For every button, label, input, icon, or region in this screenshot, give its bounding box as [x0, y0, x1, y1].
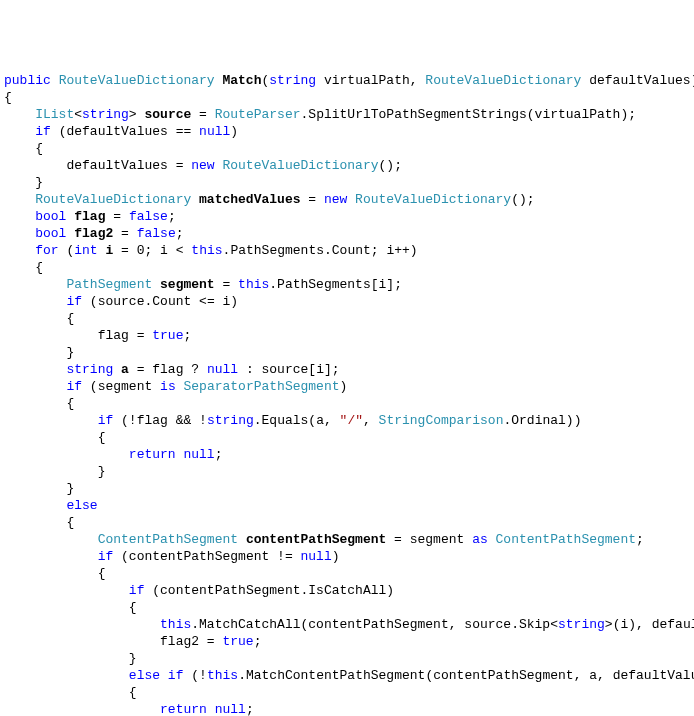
- code-line: bool flag2 = false;: [4, 225, 690, 242]
- code-token: =: [300, 192, 323, 207]
- code-token: =: [105, 209, 128, 224]
- code-token: [191, 192, 199, 207]
- code-token: (: [511, 192, 519, 207]
- code-token: [4, 532, 98, 547]
- code-token: segment: [160, 277, 215, 292]
- code-token: false: [137, 226, 176, 241]
- code-token: [4, 583, 129, 598]
- code-token: [4, 600, 129, 615]
- code-token: (: [90, 294, 98, 309]
- code-token: null: [183, 447, 214, 462]
- code-token: [4, 260, 35, 275]
- code-token: "/": [340, 413, 363, 428]
- code-token: if: [35, 124, 51, 139]
- code-token: ;: [168, 209, 176, 224]
- code-token: Count: [332, 243, 371, 258]
- code-token: <: [176, 243, 184, 258]
- code-token: ]: [324, 362, 332, 377]
- code-token: if: [168, 668, 184, 683]
- code-token: source: [98, 294, 145, 309]
- code-line: for (int i = 0; i < this.PathSegments.Co…: [4, 242, 690, 259]
- code-token: [168, 243, 176, 258]
- code-token: ,: [449, 617, 465, 632]
- code-token: =: [113, 243, 136, 258]
- code-line: {: [4, 429, 690, 446]
- code-token: ,: [410, 73, 426, 88]
- code-token: ,: [597, 668, 613, 683]
- code-token: {: [98, 430, 106, 445]
- code-line: this.MatchCatchAll(contentPathSegment, s…: [4, 616, 690, 633]
- code-token: if: [129, 583, 145, 598]
- code-line: }: [4, 174, 690, 191]
- code-line: flag2 = true;: [4, 633, 690, 650]
- code-token: <: [74, 107, 82, 122]
- code-token: }: [129, 651, 137, 666]
- code-token: PathSegments: [277, 277, 371, 292]
- code-token: public: [4, 73, 51, 88]
- code-token: [4, 515, 66, 530]
- code-token: {: [66, 311, 74, 326]
- code-token: new: [324, 192, 347, 207]
- code-token: (: [121, 413, 129, 428]
- code-token: ): [628, 617, 636, 632]
- code-token: {: [66, 515, 74, 530]
- code-token: RouteValueDictionary: [222, 158, 378, 173]
- code-line: }: [4, 463, 690, 480]
- code-line: if (contentPathSegment != null): [4, 548, 690, 565]
- code-token: if: [66, 294, 82, 309]
- code-token: ): [230, 124, 238, 139]
- code-token: this: [160, 617, 191, 632]
- code-token: [4, 124, 35, 139]
- code-token: PathSegment: [66, 277, 152, 292]
- code-token: source: [464, 617, 511, 632]
- code-token: IsCatchAll: [308, 583, 386, 598]
- code-token: ): [386, 158, 394, 173]
- code-token: =: [215, 277, 238, 292]
- code-token: {: [129, 600, 137, 615]
- code-token: [4, 651, 129, 666]
- code-token: if: [98, 549, 114, 564]
- code-token: >: [605, 617, 613, 632]
- code-token: [4, 685, 129, 700]
- code-token: return: [129, 447, 176, 462]
- code-token: flag: [74, 209, 105, 224]
- code-token: ): [340, 379, 348, 394]
- code-token: defaultValues: [66, 124, 167, 139]
- code-token: ,: [324, 413, 340, 428]
- code-token: [4, 328, 98, 343]
- code-token: ContentPathSegment: [496, 532, 636, 547]
- code-token: this: [191, 243, 222, 258]
- code-token: ): [566, 413, 574, 428]
- code-token: (: [90, 379, 98, 394]
- code-line: IList<string> source = RouteParser.Split…: [4, 106, 690, 123]
- code-token: virtualPath: [324, 73, 410, 88]
- code-token: matchedValues: [199, 192, 300, 207]
- code-token: }: [66, 481, 74, 496]
- code-token: =: [191, 107, 214, 122]
- code-line: string a = flag ? null : source[i];: [4, 361, 690, 378]
- code-token: {: [66, 396, 74, 411]
- code-token: null: [207, 362, 238, 377]
- code-token: contentPathSegment: [129, 549, 269, 564]
- code-token: flag: [137, 413, 168, 428]
- code-token: [4, 277, 66, 292]
- code-line: {: [4, 395, 690, 412]
- code-token: [4, 243, 35, 258]
- code-token: true: [222, 634, 253, 649]
- code-token: int: [74, 243, 97, 258]
- code-token: ,: [574, 668, 590, 683]
- code-token: ContentPathSegment: [98, 532, 238, 547]
- code-token: [: [308, 362, 316, 377]
- code-token: !=: [269, 549, 300, 564]
- code-token: if: [98, 413, 114, 428]
- code-token: RouteParser: [215, 107, 301, 122]
- code-token: SplitUrlToPathSegmentStrings: [308, 107, 526, 122]
- code-token: null: [215, 702, 246, 716]
- code-token: contentPathSegment: [160, 583, 300, 598]
- code-token: [152, 379, 160, 394]
- code-token: new: [191, 158, 214, 173]
- code-token: [238, 532, 246, 547]
- code-line: {: [4, 599, 690, 616]
- code-token: ): [332, 549, 340, 564]
- code-token: ): [519, 192, 527, 207]
